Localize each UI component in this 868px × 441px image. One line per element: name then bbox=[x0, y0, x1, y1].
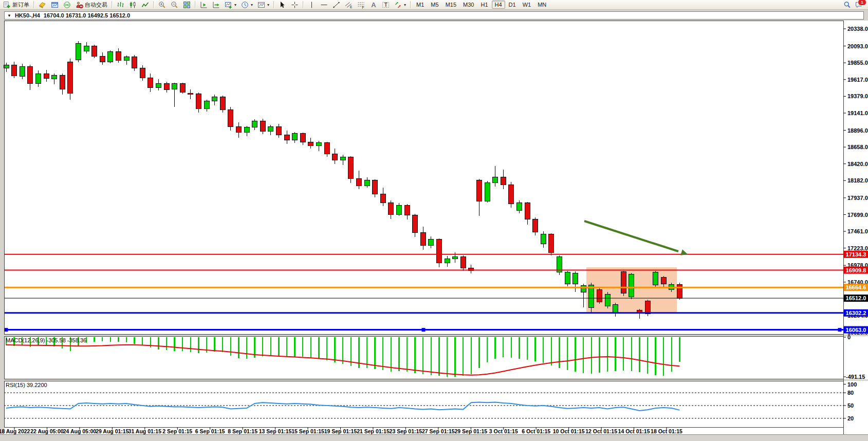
svg-text:31 Aug 01:15: 31 Aug 01:15 bbox=[128, 428, 162, 434]
toolbar-separator bbox=[303, 1, 304, 8]
collapse-icon[interactable]: ▼ bbox=[7, 13, 11, 18]
arrows-button[interactable]: ▾ bbox=[392, 1, 408, 9]
svg-text:18896.0: 18896.0 bbox=[847, 127, 868, 134]
time-axis[interactable]: 18 Aug 202222 Aug 05:0024 Aug 05:0029 Au… bbox=[0, 428, 682, 435]
crosshair-button[interactable] bbox=[289, 1, 301, 9]
svg-text:13 Sep 01:15: 13 Sep 01:15 bbox=[259, 428, 292, 434]
svg-text:17699.0: 17699.0 bbox=[847, 212, 868, 218]
svg-text:MACD(12,26,9) -305.58 -358.36: MACD(12,26,9) -305.58 -358.36 bbox=[6, 337, 86, 343]
svg-text:16909.8: 16909.8 bbox=[846, 267, 866, 273]
timeframe-h1[interactable]: H1 bbox=[477, 1, 491, 9]
line-chart-icon bbox=[141, 1, 149, 9]
equidistant-channel-icon: E bbox=[345, 1, 353, 9]
tile-windows-button[interactable] bbox=[181, 1, 193, 9]
timeframe-m15[interactable]: M15 bbox=[442, 1, 459, 9]
metaeditor-button[interactable] bbox=[36, 1, 48, 9]
svg-text:19 Sep 01:15: 19 Sep 01:15 bbox=[324, 428, 357, 434]
svg-text:29 Sep 01:15: 29 Sep 01:15 bbox=[454, 428, 487, 434]
dropdown-caret: ▾ bbox=[234, 3, 236, 7]
chart-shift-button[interactable] bbox=[210, 1, 222, 9]
zoom-in-button[interactable] bbox=[156, 1, 168, 9]
zoom-out-icon bbox=[171, 1, 178, 9]
svg-text:12 Oct 01:15: 12 Oct 01:15 bbox=[585, 428, 617, 434]
line-handle[interactable] bbox=[5, 328, 8, 332]
timeframe-m1[interactable]: M1 bbox=[413, 1, 427, 9]
timeframe-d1[interactable]: D1 bbox=[506, 1, 519, 9]
chart-canvas[interactable]: MACD(12,26,9) -305.58 -358.36RSI(15) 39.… bbox=[0, 20, 868, 441]
vertical-line-button[interactable] bbox=[306, 1, 318, 9]
svg-text:19855.0: 19855.0 bbox=[847, 60, 868, 66]
svg-text:22 Aug 05:00: 22 Aug 05:00 bbox=[30, 428, 64, 434]
autotrading-button[interactable]: 自动交易 bbox=[73, 1, 109, 9]
periods-button[interactable]: ▾ bbox=[239, 1, 255, 9]
cursor-button[interactable] bbox=[276, 1, 288, 9]
vertical-line-icon bbox=[308, 1, 316, 9]
timeframe-m5[interactable]: M5 bbox=[428, 1, 441, 9]
auto-scroll-button[interactable] bbox=[198, 1, 210, 9]
signal-button[interactable] bbox=[61, 1, 73, 9]
svg-text:50: 50 bbox=[847, 402, 854, 409]
text-button[interactable]: A bbox=[367, 1, 379, 9]
toolbar-separator bbox=[410, 1, 411, 8]
svg-text:19617.0: 19617.0 bbox=[847, 77, 868, 83]
timeframe-h4[interactable]: H4 bbox=[492, 1, 505, 9]
svg-text:16512.0: 16512.0 bbox=[846, 295, 866, 301]
add-indicator-button[interactable]: ▾ bbox=[223, 1, 238, 9]
svg-text:17937.0: 17937.0 bbox=[847, 195, 868, 201]
svg-text:21 Sep 01:15: 21 Sep 01:15 bbox=[357, 428, 390, 434]
new-chart-button[interactable] bbox=[49, 1, 61, 9]
bar-chart-button[interactable] bbox=[115, 1, 126, 9]
svg-text:6 Sep 01:15: 6 Sep 01:15 bbox=[195, 428, 225, 434]
text-label-button[interactable]: T bbox=[380, 1, 392, 9]
signal-icon bbox=[63, 1, 71, 9]
new-order-label: 新订单 bbox=[12, 1, 29, 9]
svg-text:19141.0: 19141.0 bbox=[847, 110, 868, 116]
search-icon[interactable] bbox=[843, 1, 851, 9]
zoom-out-button[interactable] bbox=[169, 1, 180, 9]
svg-text:2 Sep 01:15: 2 Sep 01:15 bbox=[162, 428, 192, 434]
new-order-button[interactable]: 新订单 bbox=[1, 1, 31, 9]
timeframe-mn[interactable]: MN bbox=[534, 1, 549, 9]
timeframe-w1[interactable]: W1 bbox=[520, 1, 534, 9]
trendline-icon bbox=[333, 1, 340, 9]
timeframe-m30[interactable]: M30 bbox=[460, 1, 477, 9]
z oom-in-icon bbox=[158, 1, 166, 9]
svg-text:19379.0: 19379.0 bbox=[847, 93, 868, 99]
fibonacci-button[interactable]: F bbox=[355, 1, 367, 9]
templates-icon bbox=[257, 1, 265, 9]
cursor-icon bbox=[279, 1, 286, 9]
svg-text:80: 80 bbox=[847, 390, 854, 396]
line-handle[interactable] bbox=[422, 328, 426, 332]
svg-text:8 Sep 01:15: 8 Sep 01:15 bbox=[228, 428, 257, 434]
bar-chart-icon bbox=[117, 1, 124, 9]
candlestick-chart-button[interactable] bbox=[127, 1, 139, 9]
line-chart-button[interactable] bbox=[139, 1, 151, 9]
equidistant-channel-button[interactable]: E bbox=[343, 1, 355, 9]
chart-shift-icon bbox=[212, 1, 220, 9]
svg-text:17461.0: 17461.0 bbox=[847, 228, 868, 234]
notifications-button[interactable]: 1 bbox=[855, 1, 863, 9]
trendline-button[interactable] bbox=[330, 1, 342, 9]
toolbar-separator bbox=[273, 1, 274, 8]
add-indicator-icon bbox=[225, 1, 232, 9]
templates-button[interactable]: ▾ bbox=[255, 1, 271, 9]
dropdown-caret: ▾ bbox=[267, 3, 269, 7]
line-handle[interactable] bbox=[838, 328, 842, 332]
svg-text:14 Oct 01:15: 14 Oct 01:15 bbox=[618, 428, 650, 434]
fibonacci-icon: F bbox=[357, 1, 365, 9]
new-order-icon bbox=[3, 1, 11, 9]
toolbar-right: 1 bbox=[843, 1, 867, 9]
svg-text:100: 100 bbox=[847, 381, 857, 388]
dropdown-caret: ▾ bbox=[251, 3, 253, 7]
new-chart-icon bbox=[51, 1, 59, 9]
svg-text:17134.3: 17134.3 bbox=[846, 251, 866, 258]
svg-text:18182.0: 18182.0 bbox=[847, 177, 868, 183]
horizontal-line-button[interactable] bbox=[318, 1, 330, 9]
toolbar-separator bbox=[153, 1, 154, 8]
svg-text:18 Aug 2022: 18 Aug 2022 bbox=[0, 428, 30, 434]
svg-text:10 Oct 01:15: 10 Oct 01:15 bbox=[553, 428, 585, 434]
svg-text:0: 0 bbox=[847, 334, 851, 340]
svg-text:16063.0: 16063.0 bbox=[846, 327, 866, 333]
svg-text:18658.0: 18658.0 bbox=[847, 144, 868, 150]
svg-text:3 Oct 01:15: 3 Oct 01:15 bbox=[489, 428, 518, 434]
